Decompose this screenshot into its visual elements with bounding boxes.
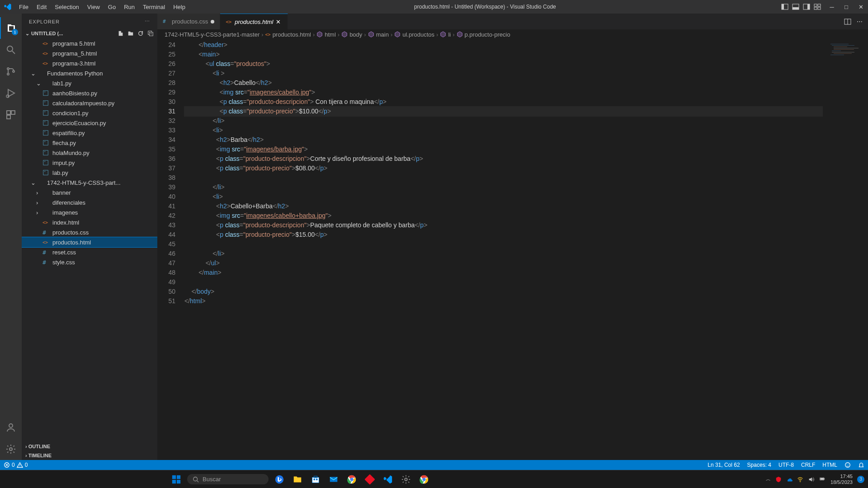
breadcrumb-item[interactable]: 1742-HTML5-y-CSS3-parte1-master [165, 31, 259, 38]
breadcrumb-item[interactable]: ul.productos [394, 31, 434, 38]
menu-go[interactable]: Go [104, 2, 119, 12]
taskbar-search[interactable]: Buscar [187, 474, 269, 484]
activity-settings[interactable] [0, 438, 22, 460]
split-editor-icon[interactable] [844, 18, 851, 25]
tray-clock[interactable]: 17:45 18/5/2023 [830, 474, 853, 485]
breadcrumb-item[interactable]: li [440, 31, 451, 38]
code-line[interactable]: <li> [184, 192, 823, 202]
tree-file[interactable]: <>productos.html [22, 237, 157, 247]
code-line[interactable]: </li> [184, 183, 823, 192]
timeline-section[interactable]: › TIMELINE [22, 451, 157, 460]
code-line[interactable]: <p class="producto-precio">$08.00</p> [184, 164, 823, 173]
start-button[interactable] [169, 472, 184, 487]
breadcrumb-item[interactable]: main [368, 31, 389, 38]
code-line[interactable] [184, 173, 823, 183]
code-line[interactable]: <p class="producto-descripcion">Paquete … [184, 221, 823, 230]
toggle-primary-sidebar-icon[interactable] [781, 3, 788, 10]
activity-run-debug[interactable] [0, 82, 22, 104]
tree-file[interactable]: <>programa-3.html [22, 58, 157, 68]
breadcrumb-item[interactable]: body [341, 31, 362, 38]
code-line[interactable]: <img src="imagenes/cabello.jpg"> [184, 88, 823, 97]
breadcrumb-item[interactable]: <>productos.html [265, 31, 311, 38]
code-line[interactable]: <h2>Cabello</h2> [184, 78, 823, 88]
tree-file[interactable]: #style.css [22, 257, 157, 267]
breadcrumb-item[interactable]: p.producto-precio [457, 31, 510, 38]
tree-file[interactable]: holaMundo.py [22, 148, 157, 158]
taskbar-chrome-icon[interactable] [344, 472, 359, 487]
tray-battery-icon[interactable] [819, 477, 826, 482]
status-eol[interactable]: CRLF [801, 462, 815, 468]
taskbar-bing-icon[interactable] [272, 472, 287, 487]
tree-folder[interactable]: ›imagenes [22, 207, 157, 217]
code-line[interactable]: <h2>Barba</h2> [184, 135, 823, 145]
menu-selection[interactable]: Selection [51, 2, 82, 12]
tree-file[interactable]: #productos.css [22, 227, 157, 237]
code-line[interactable]: </body> [184, 287, 823, 296]
toggle-secondary-sidebar-icon[interactable] [803, 3, 810, 10]
refresh-icon[interactable] [137, 30, 144, 37]
tree-file[interactable]: <>programa_5.html [22, 48, 157, 58]
collapse-all-icon[interactable] [147, 30, 154, 37]
code-line[interactable]: </ul> [184, 258, 823, 268]
tray-onedrive-icon[interactable] [786, 476, 793, 483]
taskbar-vscode-icon[interactable] [381, 472, 395, 487]
minimize-button[interactable]: ─ [828, 3, 835, 10]
tray-security-icon[interactable] [775, 476, 782, 483]
status-notifications-icon[interactable] [858, 462, 864, 468]
tree-folder[interactable]: ⌄lab1.py [22, 78, 157, 88]
taskbar-chrome2-icon[interactable] [417, 472, 431, 487]
editor-body[interactable]: 2425262728293031323334353637383940414243… [157, 39, 868, 460]
tree-file[interactable]: calculadoraImpuesto.py [22, 98, 157, 108]
code-line[interactable]: <p class="producto-precio">$15.00</p> [184, 230, 823, 239]
code-line[interactable] [184, 277, 823, 287]
status-encoding[interactable]: UTF-8 [778, 462, 794, 468]
tree-file[interactable]: imput.py [22, 158, 157, 168]
code-line[interactable]: <p class="producto-precio">$10.00</p> [184, 107, 823, 116]
menu-run[interactable]: Run [120, 2, 138, 12]
tree-file[interactable]: ejercicioEcuacion.py [22, 118, 157, 128]
tree-file[interactable]: espatifilio.py [22, 128, 157, 138]
code-line[interactable]: </html> [184, 296, 823, 306]
tree-folder[interactable]: ⌄1742-HTML5-y-CSS3-part... [22, 178, 157, 188]
menu-terminal[interactable]: Terminal [139, 2, 169, 12]
code-line[interactable]: </main> [184, 268, 823, 277]
code-content[interactable]: </header> <main> <ul class="productos"> … [184, 39, 823, 460]
tree-file[interactable]: flecha.py [22, 138, 157, 148]
code-line[interactable]: </li> [184, 116, 823, 126]
tree-file[interactable]: <>index.html [22, 217, 157, 227]
tree-folder[interactable]: ⌄Fundamentos Python [22, 68, 157, 78]
new-folder-icon[interactable] [127, 30, 134, 37]
tree-file[interactable]: <>programa 5.html [22, 38, 157, 48]
activity-accounts[interactable] [0, 417, 22, 438]
status-feedback-icon[interactable] [844, 462, 851, 468]
activity-extensions[interactable] [0, 104, 22, 126]
code-line[interactable]: </li> [184, 249, 823, 258]
code-line[interactable]: <li> [184, 126, 823, 135]
code-line[interactable]: <p class="producto-descripcion">Corte y … [184, 154, 823, 164]
tree-file[interactable]: lab.py [22, 168, 157, 178]
new-file-icon[interactable] [118, 30, 124, 37]
taskbar-store-icon[interactable] [308, 472, 323, 487]
tree-file[interactable]: condicion1.py [22, 108, 157, 118]
code-line[interactable]: <p class="producto-descripcion"> Con tij… [184, 97, 823, 107]
code-line[interactable]: <ul class="productos"> [184, 59, 823, 69]
code-line[interactable]: </header> [184, 40, 823, 50]
breadcrumb-item[interactable]: html [316, 31, 336, 38]
code-line[interactable] [184, 239, 823, 249]
menu-view[interactable]: View [84, 2, 104, 12]
menu-edit[interactable]: Edit [33, 2, 50, 12]
activity-search[interactable] [0, 39, 22, 61]
activity-source-control[interactable] [0, 61, 22, 82]
tray-chevron-icon[interactable]: ︿ [766, 476, 771, 483]
close-tab-icon[interactable]: ✕ [276, 19, 282, 25]
code-line[interactable]: <main> [184, 50, 823, 59]
more-actions-icon[interactable]: ⋯ [857, 18, 863, 25]
breadcrumb[interactable]: 1742-HTML5-y-CSS3-parte1-master›<>produc… [157, 29, 868, 39]
status-problems[interactable]: 0 0 [4, 462, 28, 468]
tree-file[interactable]: #reset.css [22, 247, 157, 257]
menu-help[interactable]: Help [170, 2, 189, 12]
tree-folder[interactable]: ›diferenciales [22, 197, 157, 207]
activity-explorer[interactable]: 1 [0, 17, 22, 39]
code-line[interactable]: <li > [184, 69, 823, 78]
close-button[interactable]: ✕ [857, 3, 864, 10]
